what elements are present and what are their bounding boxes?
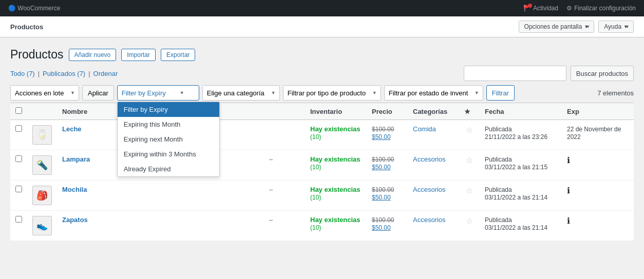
row-categories-cell: Accesorios bbox=[408, 181, 459, 211]
ayuda-btn[interactable]: Ayuda ▼ bbox=[598, 21, 634, 33]
stock-count: (10) bbox=[310, 164, 321, 171]
row-sku-cell bbox=[264, 120, 305, 150]
search-button[interactable]: Buscar productos bbox=[571, 66, 634, 81]
favorite-star-icon[interactable]: ☆ bbox=[466, 156, 473, 165]
expiry-option-1[interactable]: Expiring this Month bbox=[118, 117, 219, 132]
date-status: Publicada bbox=[485, 216, 512, 224]
row-price-cell: $100.00 $50.00 bbox=[367, 181, 408, 211]
opciones-btn[interactable]: Opciones de pantalla ▼ bbox=[519, 21, 595, 33]
apply-button[interactable]: Aplicar bbox=[82, 85, 114, 101]
expiry-option-0[interactable]: Filter by Expiry bbox=[118, 102, 219, 117]
date-detail: 03/11/2022 a las 21:14 bbox=[485, 194, 547, 201]
expiry-dropdown-menu: Filter by Expiry Expiring this Month Exp… bbox=[117, 102, 220, 177]
category-link[interactable]: Comida bbox=[413, 125, 436, 133]
finalizar-icon: ⚙ bbox=[566, 5, 572, 12]
expiry-dropdown-trigger[interactable]: Filter by Expiry ▼ bbox=[117, 85, 199, 101]
ayuda-chevron: ▼ bbox=[623, 24, 628, 29]
filter-bar: Acciones en lote Aplicar Filter by Expir… bbox=[10, 85, 634, 101]
stock-status-select[interactable]: Filtrar por estado de invent bbox=[384, 85, 483, 101]
row-checkbox-0[interactable] bbox=[15, 125, 22, 132]
expiry-option-3[interactable]: Expiring within 3 Months bbox=[118, 147, 219, 162]
select-all-checkbox[interactable] bbox=[15, 107, 22, 114]
actividad-btn[interactable]: 🚩 Actividad bbox=[523, 5, 558, 12]
exp-warning-icon: ℹ bbox=[567, 156, 570, 165]
favorite-star-icon[interactable]: ☆ bbox=[466, 186, 473, 195]
opciones-chevron: ▼ bbox=[584, 24, 589, 29]
row-exp-cell: 22 de November de 2022 bbox=[562, 120, 634, 150]
expiry-dropdown-wrapper: Filter by Expiry ▼ Filter by Expiry Expi… bbox=[117, 85, 199, 101]
price-sale[interactable]: $50.00 bbox=[372, 164, 391, 171]
row-sku-cell: – bbox=[264, 211, 305, 241]
product-name-link[interactable]: Lampara bbox=[62, 155, 90, 163]
product-name-link[interactable]: Mochila bbox=[62, 186, 87, 193]
product-name-link[interactable]: Leche bbox=[62, 125, 82, 133]
row-price-cell: $100.00 $50.00 bbox=[367, 120, 408, 150]
category-link[interactable]: Accesorios bbox=[413, 186, 446, 193]
row-categories-cell: Accesorios bbox=[408, 150, 459, 181]
table-row: 👟 Zapatos – Hay existencias (10) $100.00… bbox=[10, 211, 634, 241]
row-date-cell: Publicada 03/11/2022 a las 21:14 bbox=[480, 211, 562, 241]
stock-count: (10) bbox=[310, 224, 321, 231]
product-thumbnail: 👟 bbox=[32, 216, 52, 235]
items-count: 7 elementos bbox=[597, 89, 634, 97]
subheader: Todo (7) | Publicados (7) | Ordenar Busc… bbox=[10, 66, 634, 81]
th-inventory: Inventario bbox=[305, 103, 367, 120]
stock-status: Hay existencias bbox=[310, 125, 361, 133]
actividad-label: Actividad bbox=[533, 5, 558, 12]
expiry-option-4[interactable]: Already Expired bbox=[118, 162, 219, 176]
price-sale[interactable]: $50.00 bbox=[372, 224, 391, 231]
price-sale[interactable]: $50.00 bbox=[372, 133, 391, 141]
add-new-button[interactable]: Añadir nuevo bbox=[69, 49, 117, 61]
row-price-cell: $100.00 $50.00 bbox=[367, 211, 408, 241]
row-name-cell: Mochila bbox=[57, 181, 264, 211]
date-status: Publicada bbox=[485, 156, 512, 163]
favorite-star-icon[interactable]: ☆ bbox=[466, 216, 473, 225]
row-image-cell: 🎒 bbox=[27, 181, 57, 211]
subheader-search: Buscar productos bbox=[464, 66, 634, 81]
row-date-cell: Publicada 21/11/2022 a las 23:26 bbox=[480, 120, 562, 150]
row-checkbox-3[interactable] bbox=[15, 216, 22, 223]
product-name-link[interactable]: Zapatos bbox=[62, 216, 88, 224]
order-link[interactable]: Ordenar bbox=[93, 70, 118, 77]
th-price: Precio bbox=[367, 103, 408, 120]
th-exp: Exp bbox=[562, 103, 634, 120]
th-date[interactable]: Fecha bbox=[480, 103, 562, 120]
row-sku-cell: – bbox=[264, 150, 305, 181]
favorite-star-icon[interactable]: ☆ bbox=[466, 126, 473, 134]
import-button[interactable]: Importar bbox=[121, 49, 156, 61]
th-star: ★ bbox=[459, 103, 480, 120]
stock-status-wrapper: Filtrar por estado de invent bbox=[384, 85, 483, 101]
filter-button[interactable]: Filtrar bbox=[486, 85, 515, 101]
stock-status: Hay existencias bbox=[310, 186, 361, 193]
subheader-nav: Todo (7) | Publicados (7) | Ordenar bbox=[10, 70, 118, 77]
published-link[interactable]: Publicados (7) bbox=[43, 70, 85, 77]
price-original: $100.00 bbox=[372, 156, 394, 163]
row-checkbox-1[interactable] bbox=[15, 155, 22, 162]
th-image bbox=[27, 103, 57, 120]
row-checkbox-cell bbox=[10, 120, 27, 150]
date-status: Publicada bbox=[485, 126, 512, 133]
product-type-select[interactable]: Filtrar por tipo de producto bbox=[283, 85, 381, 101]
row-checkbox-2[interactable] bbox=[15, 186, 22, 192]
row-checkbox-cell bbox=[10, 150, 27, 181]
page-header: Productos Opciones de pantalla ▼ Ayuda ▼ bbox=[0, 16, 644, 37]
exp-warning-icon: ℹ bbox=[567, 186, 570, 195]
search-input[interactable] bbox=[464, 66, 566, 81]
row-name-cell: Zapatos bbox=[57, 211, 264, 241]
product-thumbnail: 🥛 bbox=[32, 125, 52, 145]
actions-select[interactable]: Acciones en lote bbox=[10, 85, 79, 101]
th-categories: Categorías bbox=[408, 103, 459, 120]
expiry-option-2[interactable]: Expiring next Month bbox=[118, 132, 219, 147]
page-heading: Productos Añadir nuevo Importar Exportar bbox=[10, 48, 634, 62]
row-image-cell: 🔦 bbox=[27, 150, 57, 181]
category-wrapper: Elige una categoría bbox=[202, 85, 280, 101]
export-button[interactable]: Exportar bbox=[161, 49, 195, 61]
category-select[interactable]: Elige una categoría bbox=[202, 85, 280, 101]
row-inventory-cell: Hay existencias (10) bbox=[305, 150, 367, 181]
category-link[interactable]: Accesorios bbox=[413, 155, 446, 163]
row-star-cell: ☆ bbox=[459, 181, 480, 211]
all-link[interactable]: Todo (7) bbox=[10, 70, 35, 77]
finalizar-btn[interactable]: ⚙ Finalizar configuración bbox=[566, 5, 636, 12]
price-sale[interactable]: $50.00 bbox=[372, 194, 391, 201]
category-link[interactable]: Accesorios bbox=[413, 216, 446, 224]
